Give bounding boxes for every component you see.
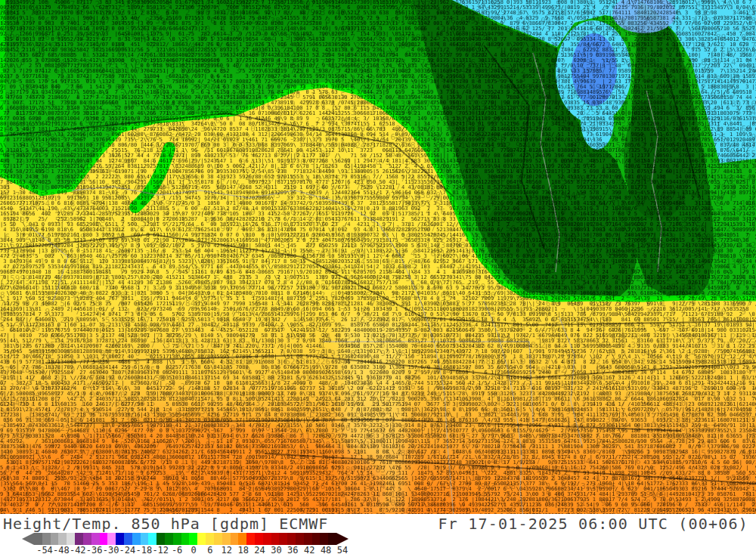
color-scale-tick: -24 [119,545,136,554]
color-scale-segment [58,533,67,545]
color-scale-segment [328,533,336,545]
color-scale-segment [124,533,132,545]
color-scale-tick: 48 [321,545,331,554]
color-scale-tick: -30 [103,545,119,554]
region-ridge-core-3 [486,195,580,258]
color-scale-tick: 6 [207,545,212,554]
color-scale-tick: -18 [135,545,152,554]
color-scale-segment [231,533,239,545]
color-scale-segment [141,533,149,545]
color-scale-segment [263,533,271,545]
weather-map-screen: 6933499\2 108 45006 87117 3 83 341 07583… [0,0,756,554]
color-scale-segment [156,533,165,545]
color-scale-tick: 36 [287,545,298,554]
legend-bar: Height/Temp. 850 hPa [gdpm] ECMWF Fr 17-… [0,514,756,554]
map-regions [0,0,756,514]
region-green-top-band [0,0,454,87]
map-canvas: 6933499\2 108 45006 87117 3 83 341 07583… [0,0,756,514]
color-scale-tick: -36 [86,545,103,554]
color-scale-segment [271,533,280,545]
color-scale-tick: -42 [70,545,86,554]
color-scale-segment [320,533,328,545]
color-scale-segment [42,533,51,545]
color-scale-segment [107,533,116,545]
color-scale-segment [304,533,312,545]
color-scale-segment [148,533,156,545]
color-scale-right-arrow [336,533,349,545]
color-scale-segment [91,533,100,545]
color-scale-segment [173,533,181,545]
color-scale-tick: 12 [222,545,232,554]
color-scale-tick: 24 [254,545,265,554]
color-scale-tick: 42 [304,545,314,554]
color-scale-segment [132,533,141,545]
region-deep-blue-core [572,33,617,106]
color-scale-left-arrow [22,533,34,545]
color-scale-tick: -54 [36,545,53,554]
color-scale-segment [287,533,296,545]
color-scale-segment [51,533,59,545]
color-scale-segment [246,533,255,545]
color-scale-segment [75,533,83,545]
color-scale-segment [34,533,42,545]
color-scale-tick: -6 [172,545,182,554]
color-scale-tick: 54 [337,545,348,554]
color-scale-segment [165,533,173,545]
color-scale-tick: 30 [271,545,281,554]
color-scale-body [34,533,336,545]
color-scale-tick: -48 [53,545,70,554]
color-scale-segment [279,533,287,545]
color-scale-segment [296,533,304,545]
color-scale-segment [181,533,190,545]
color-scale-segment [189,533,197,545]
color-scale-tick: -12 [152,545,169,554]
color-scale-segment [197,533,206,545]
color-scale-segment [214,533,222,545]
color-scale-segment [67,533,75,545]
color-scale-segment [255,533,263,545]
color-scale [22,533,349,545]
color-scale-segment [116,533,124,545]
region-ridge-core-2 [624,97,692,221]
color-scale-segment [222,533,231,545]
region-left-edge-band [0,0,5,174]
color-scale-segment [100,533,108,545]
color-scale-ticks: -54-48-42-36-30-24-18-12-606121824303642… [34,545,352,554]
timestamp: Fr 17-01-2025 06:00 UTC (00+06) [438,515,748,533]
color-scale-segment [206,533,214,545]
color-scale-tick: 0 [191,545,196,554]
color-scale-segment [83,533,91,545]
color-scale-segment [312,533,321,545]
color-scale-tick: 18 [237,545,248,554]
color-scale-segment [238,533,246,545]
map-title: Height/Temp. 850 hPa [gdpm] ECMWF [3,515,328,533]
